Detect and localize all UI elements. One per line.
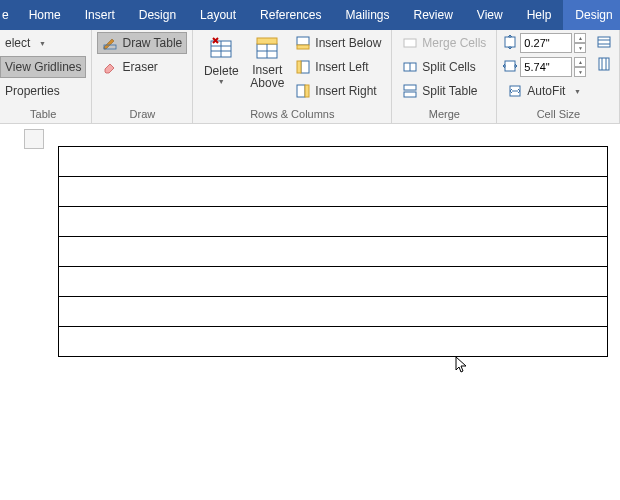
delete-table-icon	[207, 34, 235, 62]
autofit-label: AutoFit	[527, 84, 565, 98]
tab-mailings[interactable]: Mailings	[333, 0, 401, 30]
draw-table-label: Draw Table	[122, 36, 182, 50]
autofit-button[interactable]: AutoFit ▼	[502, 80, 590, 102]
insert-right-icon	[295, 83, 311, 99]
tab-selector[interactable]	[24, 129, 44, 149]
view-gridlines-label: View Gridlines	[5, 60, 81, 74]
tab-review[interactable]: Review	[402, 0, 465, 30]
insert-right-label: Insert Right	[315, 84, 376, 98]
delete-button[interactable]: Delete ▼	[198, 32, 244, 87]
group-table-label: Table	[0, 106, 86, 123]
properties-button[interactable]: Properties	[0, 80, 86, 102]
tab-insert[interactable]: Insert	[73, 0, 127, 30]
ribbon-content: elect ▼ View Gridlines Properties Table	[0, 30, 620, 124]
chevron-up-icon[interactable]: ▲	[574, 57, 586, 67]
tab-view[interactable]: View	[465, 0, 515, 30]
table-row[interactable]	[59, 237, 608, 267]
insert-left-label: Insert Left	[315, 60, 368, 74]
svg-rect-10	[297, 45, 309, 49]
split-table-label: Split Table	[422, 84, 477, 98]
split-table-button[interactable]: Split Table	[397, 80, 491, 102]
merge-cells-button[interactable]: Merge Cells	[397, 32, 491, 54]
tab-design[interactable]: Design	[127, 0, 188, 30]
tab-references[interactable]: References	[248, 0, 333, 30]
split-cells-button[interactable]: Split Cells	[397, 56, 491, 78]
eraser-icon	[102, 59, 118, 75]
insert-below-button[interactable]: Insert Below	[290, 32, 386, 54]
ribbon-tabs: e Home Insert Design Layout References M…	[0, 0, 620, 30]
svg-rect-15	[404, 39, 416, 47]
svg-rect-11	[301, 61, 309, 73]
group-merge: Merge Cells Split Cells Split Table Merg…	[392, 30, 497, 123]
svg-rect-12	[297, 61, 301, 73]
distribute-columns-button[interactable]	[594, 54, 614, 74]
table-row[interactable]	[59, 297, 608, 327]
row-height-icon	[502, 34, 518, 53]
tab-layout[interactable]: Layout	[188, 0, 248, 30]
tab-home[interactable]: Home	[17, 0, 73, 30]
draw-table-button[interactable]: Draw Table	[97, 32, 187, 54]
insert-left-icon	[295, 59, 311, 75]
distribute-rows-button[interactable]	[594, 32, 614, 52]
insert-above-label: Insert Above	[250, 64, 284, 90]
insert-left-button[interactable]: Insert Left	[290, 56, 386, 78]
svg-rect-9	[297, 37, 309, 45]
chevron-down-icon[interactable]: ▼	[574, 67, 586, 77]
insert-right-button[interactable]: Insert Right	[290, 80, 386, 102]
split-cells-icon	[402, 59, 418, 75]
table-row[interactable]	[59, 177, 608, 207]
insert-above-button[interactable]: Insert Above	[244, 32, 290, 92]
svg-rect-20	[505, 37, 515, 47]
chevron-down-icon: ▼	[34, 35, 50, 51]
document-table[interactable]	[58, 146, 608, 357]
split-cells-label: Split Cells	[422, 60, 475, 74]
column-width-icon	[502, 58, 518, 77]
table-row[interactable]	[59, 327, 608, 357]
group-cell-size: 0.27" ▲ ▼ 5.74" ▲ ▼	[497, 30, 620, 123]
select-label: elect	[5, 36, 30, 50]
svg-rect-19	[404, 92, 416, 97]
page[interactable]	[48, 124, 614, 500]
merge-cells-icon	[402, 35, 418, 51]
table-row[interactable]	[59, 147, 608, 177]
chevron-down-icon[interactable]: ▼	[574, 43, 586, 53]
eraser-button[interactable]: Eraser	[97, 56, 187, 78]
row-height-input[interactable]: 0.27"	[520, 33, 572, 53]
column-width-spinner[interactable]: ▲ ▼	[574, 57, 586, 77]
group-rows-columns: Delete ▼ Insert Above	[193, 30, 392, 123]
tab-file-partial[interactable]: e	[0, 0, 17, 30]
column-width-input[interactable]: 5.74"	[520, 57, 572, 77]
chevron-down-icon: ▼	[218, 78, 225, 85]
svg-rect-6	[257, 38, 277, 44]
svg-rect-23	[598, 37, 610, 47]
group-merge-label: Merge	[397, 106, 491, 123]
merge-cells-label: Merge Cells	[422, 36, 486, 50]
document-area[interactable]	[0, 124, 620, 500]
autofit-icon	[507, 83, 523, 99]
svg-rect-26	[599, 58, 609, 70]
svg-rect-13	[297, 85, 305, 97]
view-gridlines-button[interactable]: View Gridlines	[0, 56, 86, 78]
table-row[interactable]	[59, 207, 608, 237]
row-height-spinner[interactable]: ▲ ▼	[574, 33, 586, 53]
insert-above-icon	[253, 34, 281, 62]
insert-below-icon	[295, 35, 311, 51]
properties-label: Properties	[5, 84, 60, 98]
svg-rect-14	[305, 85, 309, 97]
svg-rect-18	[404, 85, 416, 90]
group-draw-label: Draw	[97, 106, 187, 123]
group-table: elect ▼ View Gridlines Properties Table	[0, 30, 92, 123]
distribute-columns-icon	[596, 56, 612, 72]
tab-table-design[interactable]: Design	[563, 0, 620, 30]
split-table-icon	[402, 83, 418, 99]
group-rows-columns-label: Rows & Columns	[198, 106, 386, 123]
group-draw: Draw Table Eraser Draw	[92, 30, 193, 123]
select-button[interactable]: elect ▼	[0, 32, 86, 54]
table-row[interactable]	[59, 267, 608, 297]
svg-rect-21	[505, 61, 515, 71]
chevron-down-icon: ▼	[569, 83, 585, 99]
eraser-label: Eraser	[122, 60, 157, 74]
group-cell-size-label: Cell Size	[502, 106, 614, 123]
tab-help[interactable]: Help	[515, 0, 564, 30]
chevron-up-icon[interactable]: ▲	[574, 33, 586, 43]
